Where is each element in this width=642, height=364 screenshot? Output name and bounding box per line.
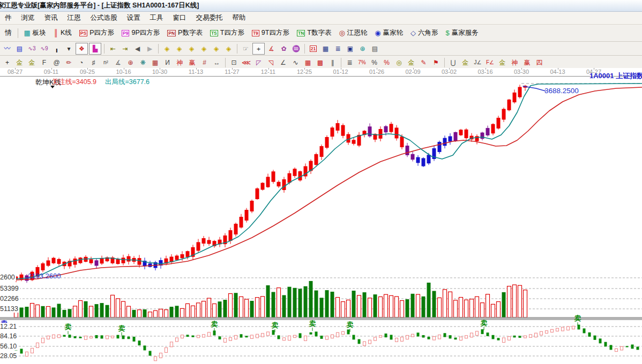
calendar-21-icon[interactable]: 21 [308,43,319,54]
exit-line-label: 出局线=3677.6 [105,78,150,87]
feature-label: T数字表 [307,28,331,37]
feature-9[interactable]: ◎江恩轮 [335,26,371,40]
gann-grid-gold2-icon[interactable]: 金 [26,57,38,68]
feature-4[interactable]: P99P四方形 [118,26,163,40]
zigzag-wave-icon[interactable]: 〰 [2,43,13,54]
menu-item-9[interactable]: 帮助 [228,12,251,24]
feature-3[interactable]: PSP四方形 [76,26,118,40]
f-angle-icon[interactable]: F∠ [484,57,496,68]
angle-measure-icon[interactable]: ∡ [266,43,277,54]
main-chart-svg[interactable]: 卖卖卖卖卖卖卖卖 [0,76,642,364]
web-circle-icon[interactable]: ❋ [137,57,148,68]
hand-icon[interactable]: ☞ [240,43,251,54]
diamond-star-icon[interactable]: ◈ [223,43,234,54]
histogram-icon[interactable]: ▙ [89,43,101,55]
wave3-icon[interactable]: ∿3 [26,43,38,54]
menu-item-2[interactable]: 资讯 [40,12,63,24]
shen-tool-icon[interactable]: 神 [174,57,185,68]
feature-0[interactable]: 情 [1,26,16,40]
network-icon[interactable]: ⊕ [357,43,368,54]
web-grid-icon[interactable]: ▦ [150,57,161,68]
menu-item-3[interactable]: 江恩 [63,12,86,24]
menu-item-7[interactable]: 窗口 [168,12,191,24]
prev-bar-icon[interactable]: ◀ [132,43,143,54]
gann-grid-gold-icon[interactable]: 金 [14,57,25,68]
spiral-icon[interactable]: @ [51,57,62,68]
notes-icon[interactable]: ≣ [332,43,344,54]
feature-1[interactable]: ▦板块 [20,26,50,40]
scale-bars-icon[interactable]: ≣ [344,57,355,68]
mirror-angle-icon[interactable]: ∡ [113,57,124,68]
j-angle-icon[interactable]: J∠ [472,57,483,68]
next-bar-icon[interactable]: ▶ [144,43,155,54]
menu-item-5[interactable]: 设置 [122,12,145,24]
brush-red-icon[interactable]: ✎ [418,57,429,68]
save-icon[interactable]: ▣ [345,43,356,54]
menu-item-1[interactable]: 浏览 [17,12,40,24]
rocket-draw-icon[interactable]: ✏ [63,57,74,68]
diamond-right-icon[interactable]: ◈ [174,43,185,54]
knot-icon[interactable]: ♒ [290,43,302,54]
feature-12[interactable]: $赢家服务 [442,26,482,40]
fan-box-purple-icon[interactable]: ◸ [253,57,264,68]
ying-tool-icon[interactable]: 赢 [186,57,198,68]
diamond-cross-icon[interactable]: ◈ [211,43,222,54]
menu-item-0[interactable]: 件 [0,12,17,24]
n-quote-icon[interactable]: И [162,57,173,68]
menu-item-8[interactable]: 交易委托 [191,12,228,24]
parallel-lines-icon[interactable]: ∥ [327,57,338,68]
candle-tool-icon[interactable]: ╻ [51,43,62,54]
feature-2[interactable]: ║K线 [50,26,76,40]
gold-underline-icon[interactable]: 金 [460,57,471,68]
feature-10[interactable]: ◉赢家轮 [371,26,407,40]
si-angle-icon[interactable]: 四 [534,57,545,68]
dropdown-arrow-icon[interactable]: ▾ [63,43,74,54]
last-bar-icon[interactable]: ⇥ [120,43,131,54]
fan-box-red-icon[interactable]: ◹ [265,57,277,68]
fan-lines-icon[interactable]: ⋘ [241,57,252,68]
calculator-icon[interactable]: ▦ [320,43,331,54]
flower-icon[interactable]: ✿ [278,43,289,54]
gold-lines-icon[interactable]: 金 [406,57,417,68]
title-bar[interactable]: 家江恩专业版[赢家内部服务平台] - [上证指数 SH1A0001-167日K线… [0,0,642,12]
percent-icon[interactable]: % [369,57,380,68]
gold-angle-icon[interactable]: 金 [497,57,508,68]
first-bar-icon[interactable]: ⇤ [107,43,118,54]
tick-ruler-icon[interactable]: ♯ [88,57,99,68]
angle-fan-icon[interactable]: ∠ [278,57,289,68]
ying-angle-icon[interactable]: 赢 [521,57,533,68]
diamond-h-icon[interactable]: ◈ [186,43,197,54]
crosshair-icon[interactable]: ＋ [252,43,265,55]
gold-circle-icon[interactable]: ◎ [393,57,405,68]
feature-label: 9T四方形 [262,28,289,37]
flag-red-icon[interactable]: ⚑ [430,57,442,68]
feature-5[interactable]: PNP数字表 [163,26,206,40]
menu-item-4[interactable]: 公式选股 [86,12,122,24]
percent-line-icon[interactable]: % [381,57,392,68]
feature-11[interactable]: ◇六角形 [407,26,442,40]
feature-8[interactable]: TNT数字表 [293,26,335,40]
n2-ruler-icon[interactable]: n² [100,57,111,68]
menu-item-6[interactable]: 工具 [145,12,168,24]
printer-icon[interactable]: ▤ [369,43,380,54]
ruler-123-icon[interactable]: # [199,57,210,68]
wave9-icon[interactable]: ∿9 [39,43,50,54]
crosshair-tool-icon[interactable]: + [2,57,13,68]
red-grid2-icon[interactable]: ▩ [315,57,326,68]
span-arrows-icon[interactable]: ↔ [211,57,222,68]
diamond-x-icon[interactable]: ◈ [198,43,210,54]
clipboard-icon[interactable]: ▤ [14,43,25,54]
zigzag-line-icon[interactable]: ∿ [290,57,301,68]
time-gauge-icon[interactable]: ◔ [76,57,87,68]
gann-pattern-icon[interactable]: ❖ [76,43,88,55]
feature-6[interactable]: TST四方形 [206,26,248,40]
shen-angle-icon[interactable]: 神 [509,57,520,68]
diamond-left-icon[interactable]: ◈ [161,43,173,54]
target-circle-icon[interactable]: ⊕ [125,57,136,68]
feature-7[interactable]: T99T四方形 [248,26,293,40]
cup-tool-icon[interactable]: ⋃ [447,57,459,68]
f-grid-icon[interactable]: F [39,57,50,68]
red-grid-icon[interactable]: ▦ [302,57,313,68]
box-frame-icon[interactable]: ⊡ [228,57,240,68]
percent7-icon[interactable]: 7% [356,57,368,68]
